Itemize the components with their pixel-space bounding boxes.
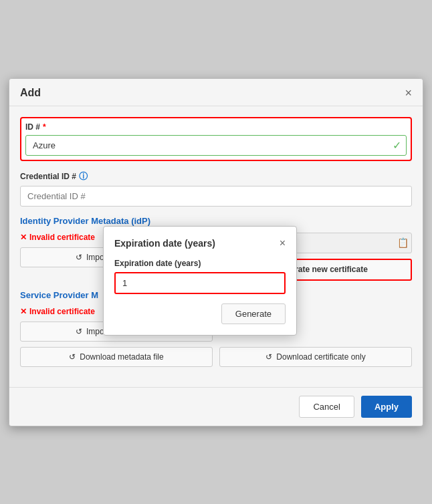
id-input[interactable] [25,135,407,156]
dialog-footer: Cancel Apply [9,387,423,426]
popup-title: Expiration date (years) [114,238,215,249]
dialog-header: Add × [9,79,423,106]
credential-id-input[interactable] [20,186,412,207]
dialog-close-button[interactable]: × [405,87,412,99]
add-dialog: Add × ID # * ✓ Credential ID # ⓘ Identit… [9,78,423,426]
import-icon-idp: ↺ [76,253,82,262]
popup-close-button[interactable]: × [280,237,286,249]
id-field-group: ID # * ✓ [20,117,412,161]
popup-field-label: Expiration date (years) [114,259,286,268]
idp-section-title: Identity Provider Metadata (idP) [20,216,412,226]
popup-generate-button[interactable]: Generate [221,303,286,324]
credential-id-field-group: Credential ID # ⓘ [20,170,412,207]
download-meta-icon: ↺ [69,352,76,362]
popup-input-border [114,272,286,294]
x-icon-sp: ✕ [20,307,27,316]
copy-url-button[interactable]: 📋 [397,237,409,248]
cancel-button[interactable]: Cancel [299,396,354,418]
credential-id-label: Credential ID # ⓘ [20,170,412,182]
expiration-input[interactable] [116,273,284,293]
download-cert-btn[interactable]: ↺ Download certificate only [219,347,412,367]
id-input-wrapper: ✓ [25,135,407,156]
info-icon[interactable]: ⓘ [79,170,88,182]
download-cert-icon: ↺ [265,352,272,362]
valid-check-icon: ✓ [393,139,401,152]
import-icon-sp: ↺ [76,327,82,336]
expiration-popup: Expiration date (years) × Expiration dat… [103,226,297,336]
download-meta-btn[interactable]: ↺ Download metadata file [20,347,213,367]
id-field-label: ID # * [25,122,407,132]
dialog-title: Add [20,87,41,99]
x-icon-idp: ✕ [20,233,27,242]
popup-header: Expiration date (years) × [114,237,286,249]
apply-button[interactable]: Apply [361,396,412,418]
required-star: * [43,122,46,132]
